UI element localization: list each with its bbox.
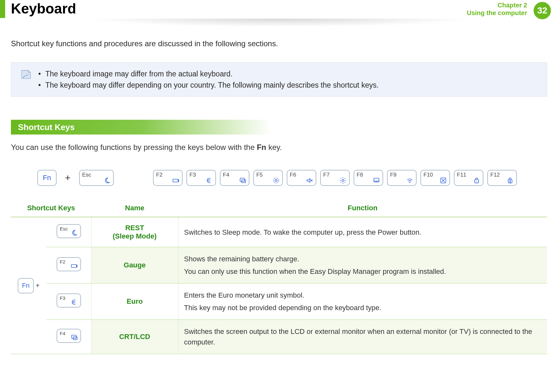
key-label: F3 [190,172,196,178]
fn-key: Fn [37,170,57,186]
fn-key: Fn [18,278,34,293]
keycell: F3 [46,283,91,320]
f4-key: F4 [57,329,81,343]
f10-key: F10 [420,170,450,186]
moon-icon [104,177,111,184]
key-label: F12 [491,172,500,178]
func-text: Shows the remaining battery charge. [184,254,542,264]
table-row: F4 CRT/LCD Switches the screen output to… [11,320,547,354]
plus-sign: + [65,172,71,183]
chapter-label: Chapter 2 Using the computer [467,1,527,17]
key-label: F10 [424,172,433,178]
f3-key: F3 [186,170,216,186]
th-function: Function [178,199,547,217]
etiquette-icon [440,177,447,184]
f4-key: F4 [220,170,249,186]
page-header: Keyboard Chapter 2 Using the computer 32 [0,0,558,19]
name-text: REST (Sleep Mode) [113,224,157,240]
func-text: Enters the Euro monetary unit symbol. [184,290,542,301]
keycell: F2 [46,247,91,283]
f7-key: F7 [320,170,350,186]
name-cell: Euro [91,283,178,320]
note-item: The keyboard may differ depending on you… [38,80,540,91]
page-title: Keyboard [11,1,76,17]
crtlcd-icon [239,177,246,184]
header-accent [0,0,5,18]
brightness-down-icon [273,177,280,184]
key-label: F5 [256,172,263,178]
moon-icon [71,229,78,236]
th-name: Name [91,199,178,217]
key-label: F6 [290,172,296,178]
crtlcd-icon [71,334,78,341]
th-shortcut-keys: Shortcut Keys [11,199,91,217]
esc-key: Esc [57,224,81,238]
scrolllock-icon [507,177,514,184]
key-label: F8 [357,172,363,178]
f11-key: F11 [454,170,483,186]
func-cell: Switches the screen output to the LCD or… [178,320,547,354]
section-heading-label: Shortcut Keys [18,122,75,132]
chapter-line2: Using the computer [467,9,527,17]
key-label: Esc [60,226,68,231]
numlock-icon [473,177,480,184]
page-number-badge: 32 [534,2,551,19]
euro-icon [71,299,78,306]
func-text: Switches to Sleep mode. To wake the comp… [184,227,542,238]
section-heading: Shortcut Keys [11,120,271,135]
func-cell: Shows the remaining battery charge. You … [178,247,547,283]
name-cell: REST (Sleep Mode) [91,217,178,247]
key-label: F3 [60,295,66,301]
brightness-up-icon [339,177,346,184]
name-cell: CRT/LCD [91,320,178,354]
f12-key: F12 [487,170,517,186]
f2-key: F2 [57,257,81,271]
func-text: This key may not be provided depending o… [184,302,542,313]
fn-bold: Fn [257,143,266,152]
mute-icon [306,177,313,184]
key-label: F4 [60,331,66,336]
note-box: The keyboard image may differ from the a… [11,62,547,97]
battery-icon [71,262,78,269]
intro-paragraph: Shortcut key functions and procedures ar… [11,39,547,48]
chapter-line1: Chapter 2 [467,1,527,9]
shortcut-table: Shortcut Keys Name Function Fn + Esc [11,199,547,354]
f9-key: F9 [387,170,417,186]
func-text: Switches the screen output to the LCD or… [184,326,542,347]
f8-key: F8 [354,170,383,186]
key-label: F11 [457,172,466,178]
f5-key: F5 [253,170,283,186]
note-item: The keyboard image may differ from the a… [38,68,540,80]
plus-sign: + [36,282,40,289]
name-cell: Gauge [91,247,178,283]
table-row: F2 Gauge Shows the remaining battery cha… [11,247,547,283]
section-paragraph: You can use the following functions by p… [11,143,547,152]
keycell: Esc [46,217,91,247]
f2-key: F2 [153,170,183,186]
touchpad-icon [373,177,380,184]
fn-key-row: Fn + Esc F2 F3 F4 F5 F6 F7 F8 F9 F10 F11… [37,170,547,186]
key-label: F2 [60,259,66,265]
note-icon [20,68,32,80]
key-label: Esc [82,172,91,178]
key-label: F2 [156,172,163,178]
func-cell: Switches to Sleep mode. To wake the comp… [178,217,547,247]
esc-key: Esc [79,170,114,186]
battery-icon [172,177,179,184]
keycell: F4 [46,320,91,354]
func-cell: Enters the Euro monetary unit symbol. Th… [178,283,547,320]
euro-icon [206,177,213,184]
f6-key: F6 [287,170,316,186]
func-text: You can only use this function when the … [184,266,542,277]
key-label: F4 [223,172,230,178]
key-label: F9 [390,172,397,178]
wifi-icon [406,177,413,184]
section-para-post: key. [266,143,282,152]
table-row: F3 Euro Enters the Euro monetary unit sy… [11,283,547,320]
f3-key: F3 [57,293,81,308]
section-para-pre: You can use the following functions by p… [11,143,257,152]
key-label: F7 [323,172,330,178]
table-row: Fn + Esc REST (Sleep Mode) Switches to S… [11,217,547,247]
header-shadow [6,19,552,28]
fn-combo-cell: Fn + [11,217,46,354]
